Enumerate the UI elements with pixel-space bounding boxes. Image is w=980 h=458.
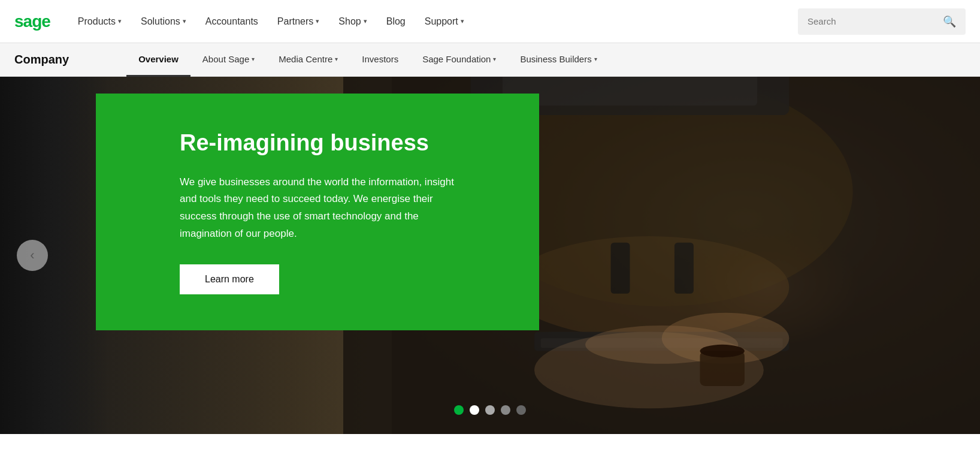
subnav-sage-foundation[interactable]: Sage Foundation ▾ — [410, 43, 508, 77]
media-centre-chevron-icon: ▾ — [335, 56, 338, 62]
partners-chevron-icon: ▾ — [316, 17, 319, 25]
shop-chevron-icon: ▾ — [364, 17, 367, 25]
company-label: Company — [14, 53, 98, 67]
svg-rect-6 — [674, 243, 694, 294]
dot-1[interactable] — [454, 405, 464, 415]
dot-4[interactable] — [501, 405, 510, 415]
svg-rect-5 — [610, 243, 630, 294]
search-box[interactable]: 🔍 — [798, 8, 966, 35]
subnav-media-centre[interactable]: Media Centre ▾ — [267, 43, 350, 77]
products-chevron-icon: ▾ — [118, 17, 122, 25]
hero-section: Re-imagining business We give businesses… — [0, 77, 980, 434]
nav-support[interactable]: Support ▾ — [416, 11, 473, 32]
subnav-business-builders[interactable]: Business Builders ▾ — [508, 43, 609, 77]
hero-body: We give businesses around the world the … — [180, 174, 455, 243]
search-input[interactable] — [807, 16, 943, 26]
hero-prev-button[interactable]: ‹ — [17, 240, 48, 271]
nav-products[interactable]: Products ▾ — [69, 11, 130, 32]
sage-foundation-chevron-icon: ▾ — [493, 56, 496, 62]
top-navigation: sage Products ▾ Solutions ▾ Accountants … — [0, 0, 980, 43]
hero-left-edge — [0, 77, 108, 434]
search-icon: 🔍 — [943, 15, 956, 28]
nav-accountants[interactable]: Accountants — [197, 11, 267, 32]
subnav-about-sage[interactable]: About Sage ▾ — [190, 43, 267, 77]
svg-rect-3 — [502, 77, 757, 106]
business-builders-chevron-icon: ▾ — [594, 56, 597, 62]
hero-title: Re-imagining business — [180, 129, 503, 157]
sage-logo[interactable]: sage — [14, 12, 50, 31]
sub-nav-items: Overview About Sage ▾ Media Centre ▾ Inv… — [126, 43, 609, 77]
hero-card: Re-imagining business We give businesses… — [96, 94, 539, 330]
nav-shop[interactable]: Shop ▾ — [330, 11, 375, 32]
solutions-chevron-icon: ▾ — [183, 17, 186, 25]
dot-5[interactable] — [516, 405, 526, 415]
dot-2[interactable] — [470, 405, 479, 415]
nav-blog[interactable]: Blog — [378, 11, 414, 32]
company-sub-navigation: Company Overview About Sage ▾ Media Cent… — [0, 43, 980, 77]
subnav-investors[interactable]: Investors — [350, 43, 410, 77]
top-nav-items: Products ▾ Solutions ▾ Accountants Partn… — [69, 11, 793, 32]
hero-dots — [454, 405, 526, 415]
learn-more-button[interactable]: Learn more — [180, 264, 279, 294]
support-chevron-icon: ▾ — [461, 17, 464, 25]
about-sage-chevron-icon: ▾ — [252, 56, 255, 62]
svg-point-13 — [700, 345, 744, 357]
nav-solutions[interactable]: Solutions ▾ — [132, 11, 195, 32]
subnav-overview[interactable]: Overview — [126, 43, 190, 77]
dot-3[interactable] — [485, 405, 495, 415]
nav-partners[interactable]: Partners ▾ — [269, 11, 328, 32]
